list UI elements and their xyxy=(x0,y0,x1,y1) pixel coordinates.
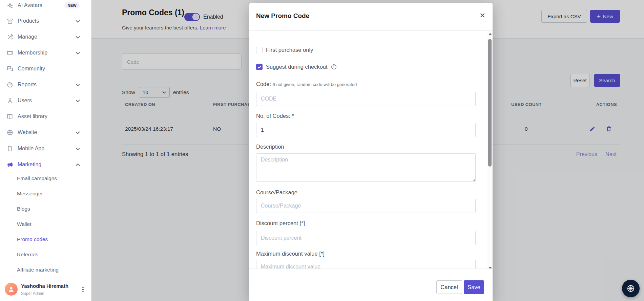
sidebar-item-label: Membership xyxy=(18,50,47,56)
subitem-label: Blogs xyxy=(17,206,30,212)
chevron-down-icon xyxy=(76,50,80,56)
globe-icon xyxy=(626,284,635,293)
sidebar-subitem-referrals[interactable]: Referrals xyxy=(0,249,91,260)
sidebar-item-label: Asset library xyxy=(18,113,47,120)
sidebar-item-products[interactable]: Products xyxy=(0,15,91,27)
subitem-label: Promo codes xyxy=(17,236,48,242)
close-icon[interactable]: ✕ xyxy=(478,11,487,20)
discount-percent-label: Discount percent [*] xyxy=(256,220,305,227)
tools-icon xyxy=(6,33,14,41)
check-icon xyxy=(257,65,262,69)
chevron-down-icon xyxy=(76,18,80,24)
sidebar-item-users[interactable]: Users xyxy=(0,94,91,107)
app-screen: AI Avatars NEW Products Manage Membershi… xyxy=(0,0,644,301)
box-icon xyxy=(6,17,14,25)
scroll-up-arrow-icon[interactable] xyxy=(489,33,492,35)
description-label: Description xyxy=(256,144,284,150)
chevron-down-icon xyxy=(76,82,80,88)
sidebar-item-label: Users xyxy=(18,98,32,104)
sidebar-subitem-messenger[interactable]: Messenger xyxy=(0,188,91,199)
globe-icon xyxy=(6,129,14,136)
new-badge: NEW xyxy=(64,2,80,8)
user-name: Yashodha Hiremath xyxy=(21,283,68,289)
sidebar-item-label: Reports xyxy=(18,82,37,88)
max-discount-label: Maximum discount value [*] xyxy=(256,251,325,257)
first-purchase-label: First purchase only xyxy=(266,47,313,53)
megaphone-icon xyxy=(6,161,14,168)
sidebar-item-reports[interactable]: Reports xyxy=(0,79,91,91)
discount-percent-input[interactable] xyxy=(256,231,476,245)
sidebar-item-asset-library[interactable]: Asset library xyxy=(0,110,91,123)
suggest-label: Suggest during checkout xyxy=(266,64,328,70)
scrollbar-thumb[interactable] xyxy=(488,39,492,167)
modal-body: First purchase only Suggest during check… xyxy=(249,31,493,271)
chevron-down-icon xyxy=(76,129,80,135)
suggest-checkbox-row: Suggest during checkout xyxy=(256,64,337,70)
sidebar-item-website[interactable]: Website xyxy=(0,126,91,138)
num-codes-label: No. of Codes: * xyxy=(256,113,294,119)
chat-bubbles-icon xyxy=(6,65,14,72)
sidebar-item-marketing[interactable]: Marketing xyxy=(0,158,91,171)
chevron-down-icon xyxy=(76,98,80,104)
sidebar-item-label: Website xyxy=(18,129,37,135)
save-button[interactable]: Save xyxy=(464,280,484,294)
sidebar-item-manage[interactable]: Manage xyxy=(0,31,91,43)
sidebar-item-community[interactable]: Community xyxy=(0,63,91,75)
course-package-input[interactable] xyxy=(256,199,476,213)
smartphone-icon xyxy=(6,145,14,152)
subitem-label: Affiliate marketing xyxy=(17,267,59,273)
avatar xyxy=(5,283,18,296)
cancel-button[interactable]: Cancel xyxy=(436,280,462,294)
subitem-label: Referrals xyxy=(17,252,38,258)
description-textarea[interactable] xyxy=(256,153,476,182)
pie-chart-icon xyxy=(6,81,14,88)
first-purchase-checkbox[interactable] xyxy=(256,47,263,53)
sidebar-subitem-blogs[interactable]: Blogs xyxy=(0,203,91,215)
suggest-checkbox[interactable] xyxy=(256,64,263,70)
code-label: Code: If not given, random code will be … xyxy=(256,81,357,87)
num-codes-input[interactable] xyxy=(256,123,476,137)
subitem-label: Messenger xyxy=(17,191,43,197)
globe-fab-button[interactable] xyxy=(622,280,640,297)
sidebar-item-ai-avatars[interactable]: AI Avatars NEW xyxy=(0,0,91,12)
sidebar-subitem-email-campaigns[interactable]: Email campaigns xyxy=(0,173,91,184)
person-icon xyxy=(6,97,14,104)
sidebar: AI Avatars NEW Products Manage Membershi… xyxy=(0,0,91,301)
first-purchase-checkbox-row: First purchase only xyxy=(256,47,313,53)
new-promo-code-modal: New Promo Code ✕ First purchase only Sug… xyxy=(249,3,493,301)
sidebar-subitem-promo-codes[interactable]: Promo codes xyxy=(0,234,91,245)
chevron-up-icon xyxy=(76,162,80,168)
user-role: Super Admin xyxy=(21,291,44,296)
kebab-menu-icon[interactable] xyxy=(81,285,85,294)
subitem-label: Wallet xyxy=(17,221,32,227)
modal-header: New Promo Code ✕ xyxy=(249,3,493,31)
code-label-text: Code: xyxy=(256,81,271,87)
sidebar-item-label: Products xyxy=(18,18,39,24)
sidebar-item-mobile-app[interactable]: Mobile App xyxy=(0,143,91,155)
user-profile[interactable]: Yashodha Hiremath Super Admin xyxy=(0,280,91,301)
subitem-label: Email campaigns xyxy=(17,175,57,181)
chevron-down-icon xyxy=(76,34,80,40)
sparkles-icon xyxy=(6,2,14,9)
modal-title: New Promo Code xyxy=(256,12,309,20)
sidebar-item-membership[interactable]: Membership xyxy=(0,47,91,59)
course-package-label: Course/Package xyxy=(256,189,297,196)
sidebar-item-label: Marketing xyxy=(18,162,41,168)
modal-scrollbar[interactable] xyxy=(487,31,493,271)
chevron-down-icon xyxy=(76,146,80,152)
sidebar-item-label: Manage xyxy=(18,34,37,40)
code-hint: If not given, random code will be genera… xyxy=(273,82,357,87)
sidebar-subitem-wallet[interactable]: Wallet xyxy=(0,218,91,230)
modal-footer: Cancel Save xyxy=(249,268,493,301)
sidebar-item-label: AI Avatars xyxy=(18,2,42,8)
book-icon xyxy=(6,113,14,120)
ticket-icon xyxy=(6,49,14,57)
sidebar-item-label: Mobile App xyxy=(18,146,44,152)
sidebar-subitem-affiliate-marketing[interactable]: Affiliate marketing xyxy=(0,264,91,276)
code-input[interactable] xyxy=(256,92,476,106)
sidebar-item-label: Community xyxy=(18,66,45,72)
info-icon xyxy=(331,64,337,70)
